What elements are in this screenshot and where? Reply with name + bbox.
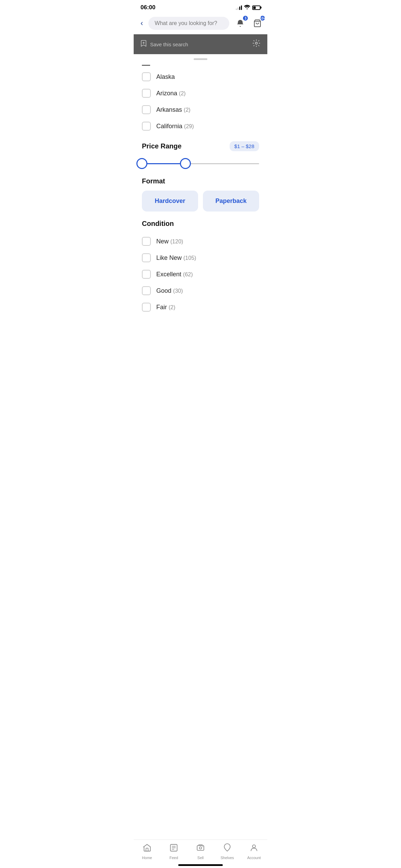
header: ‹ 3 10+ xyxy=(134,14,267,34)
like-new-label: Like New (105) xyxy=(156,254,196,262)
list-item[interactable]: Fair (2) xyxy=(142,299,259,315)
new-checkbox[interactable] xyxy=(142,237,151,246)
cart-button[interactable]: 10+ xyxy=(251,16,264,30)
alaska-checkbox[interactable] xyxy=(142,72,151,81)
arkansas-checkbox[interactable] xyxy=(142,105,151,114)
price-range-header: Price Range $1 – $28 xyxy=(142,141,259,151)
good-checkbox[interactable] xyxy=(142,286,151,295)
drag-handle[interactable] xyxy=(134,54,267,62)
condition-title: Condition xyxy=(142,220,259,228)
save-search-bar[interactable]: Save this search xyxy=(134,34,267,54)
svg-point-2 xyxy=(255,42,257,44)
price-range-slider[interactable] xyxy=(142,157,259,170)
bookmark-icon xyxy=(141,40,147,49)
cart-badge: 10+ xyxy=(259,15,266,21)
search-input[interactable] xyxy=(148,17,229,30)
excellent-label: Excellent (62) xyxy=(156,271,193,278)
california-label: California (29) xyxy=(156,123,194,130)
fair-label: Fair (2) xyxy=(156,304,175,311)
filter-content: Alaska Arizona (2) Arkansas (2) Californ… xyxy=(134,62,267,361)
status-bar: 06:00 xyxy=(134,0,267,14)
list-item[interactable]: Good (30) xyxy=(142,282,259,299)
good-label: Good (30) xyxy=(156,287,183,294)
price-range-value: $1 – $28 xyxy=(230,141,259,151)
list-item[interactable]: Like New (105) xyxy=(142,250,259,266)
hardcover-button[interactable]: Hardcover xyxy=(142,191,198,212)
format-section: Format Hardcover Paperback xyxy=(142,177,259,212)
notification-badge: 3 xyxy=(242,15,248,21)
format-buttons: Hardcover Paperback xyxy=(142,191,259,212)
fair-checkbox[interactable] xyxy=(142,303,151,312)
battery-icon xyxy=(252,5,260,10)
condition-filter-group: New (120) Like New (105) Excellent (62) … xyxy=(142,233,259,315)
like-new-checkbox[interactable] xyxy=(142,253,151,262)
drag-bar xyxy=(194,58,207,60)
wifi-icon xyxy=(244,5,250,10)
settings-icon[interactable] xyxy=(252,39,260,49)
status-time: 06:00 xyxy=(141,4,155,11)
arizona-checkbox[interactable] xyxy=(142,89,151,98)
list-item[interactable]: Arkansas (2) xyxy=(142,101,259,118)
notification-button[interactable]: 3 xyxy=(233,16,247,30)
arkansas-label: Arkansas (2) xyxy=(156,106,191,113)
list-item[interactable]: Alaska xyxy=(142,69,259,85)
arizona-label: Arizona (2) xyxy=(156,90,186,97)
price-range-title: Price Range xyxy=(142,142,182,150)
new-label: New (120) xyxy=(156,238,183,245)
slider-thumb-min[interactable] xyxy=(136,158,147,169)
california-checkbox[interactable] xyxy=(142,122,151,131)
condition-section: Condition New (120) Like New (105) Excel… xyxy=(142,220,259,315)
back-button[interactable]: ‹ xyxy=(139,17,144,29)
slider-thumb-max[interactable] xyxy=(180,158,191,169)
save-search-left: Save this search xyxy=(141,40,188,49)
paperback-button[interactable]: Paperback xyxy=(203,191,259,212)
signal-icon xyxy=(236,5,242,10)
status-icons xyxy=(236,5,260,10)
excellent-checkbox[interactable] xyxy=(142,270,151,279)
slider-filled xyxy=(142,163,185,164)
list-item[interactable]: California (29) xyxy=(142,118,259,134)
alaska-label: Alaska xyxy=(156,73,175,81)
list-item[interactable]: New (120) xyxy=(142,233,259,250)
location-filter-group: Alaska Arizona (2) Arkansas (2) Californ… xyxy=(142,65,259,134)
header-icons: 3 10+ xyxy=(233,16,264,30)
save-search-label: Save this search xyxy=(150,41,188,47)
format-title: Format xyxy=(142,177,259,185)
filter-panel: Alaska Arizona (2) Arkansas (2) Californ… xyxy=(134,54,267,361)
list-item[interactable]: Arizona (2) xyxy=(142,85,259,101)
section-separator xyxy=(142,65,150,66)
list-item[interactable]: Excellent (62) xyxy=(142,266,259,282)
